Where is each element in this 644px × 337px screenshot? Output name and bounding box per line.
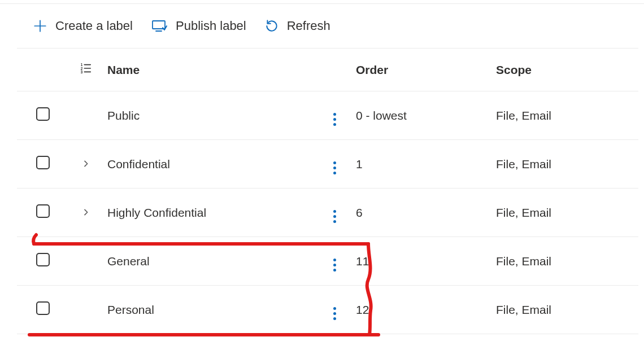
more-vertical-icon[interactable] (333, 113, 336, 126)
row-order: 12 (351, 286, 491, 334)
row-scope: File, Email (491, 91, 638, 140)
row-name[interactable]: Confidential (103, 140, 317, 189)
row-name[interactable]: Highly Confidential (103, 189, 317, 237)
more-vertical-icon[interactable] (333, 307, 336, 320)
column-header-scope[interactable]: Scope (491, 49, 638, 91)
row-actions-cell (317, 189, 351, 237)
row-select-cell (17, 91, 69, 140)
row-scope: File, Email (491, 286, 638, 334)
row-name[interactable]: General (103, 237, 317, 286)
row-order: 1 (351, 140, 491, 189)
publish-label-button[interactable]: Publish label (151, 19, 246, 33)
column-header-select (17, 49, 69, 91)
more-vertical-icon[interactable] (333, 210, 336, 223)
row-checkbox[interactable] (36, 156, 50, 169)
row-select-cell (17, 237, 69, 286)
row-checkbox[interactable] (36, 107, 50, 121)
row-checkbox[interactable] (36, 253, 50, 266)
row-expand-cell (69, 140, 103, 189)
refresh-text: Refresh (287, 19, 330, 33)
row-order: 11 (351, 237, 491, 286)
row-checkbox[interactable] (36, 204, 50, 218)
row-scope: File, Email (491, 140, 638, 189)
labels-table-wrap: 1 2 3 Name Order Scope Public0 - lowestF… (17, 48, 638, 334)
more-vertical-icon[interactable] (333, 161, 336, 174)
table-row[interactable]: Public0 - lowestFile, Email (17, 91, 638, 140)
row-name[interactable]: Personal (103, 286, 317, 334)
command-bar: Create a label Publish label Refresh (0, 4, 644, 48)
table-row[interactable]: Personal12File, Email (17, 286, 638, 334)
column-header-actions (317, 49, 351, 91)
more-vertical-icon[interactable] (333, 259, 336, 272)
row-expand-cell (69, 237, 103, 286)
row-order: 0 - lowest (351, 91, 491, 140)
table-row[interactable]: Confidential1File, Email (17, 140, 638, 189)
refresh-button[interactable]: Refresh (264, 19, 330, 33)
create-label-button[interactable]: Create a label (33, 19, 133, 33)
svg-text:3: 3 (81, 70, 83, 74)
publish-label-text: Publish label (176, 19, 246, 33)
table-row[interactable]: Highly Confidential6File, Email (17, 189, 638, 237)
chevron-right-icon[interactable] (80, 206, 92, 218)
row-expand-cell (69, 286, 103, 334)
row-checkbox[interactable] (36, 301, 50, 315)
row-actions-cell (317, 91, 351, 140)
row-expand-cell (69, 91, 103, 140)
row-scope: File, Email (491, 237, 638, 286)
refresh-icon (264, 19, 279, 33)
column-header-order[interactable]: Order (351, 49, 491, 91)
row-name[interactable]: Public (103, 91, 317, 140)
labels-table: 1 2 3 Name Order Scope Public0 - lowestF… (17, 49, 638, 334)
row-select-cell (17, 286, 69, 334)
row-actions-cell (317, 140, 351, 189)
column-header-expand: 1 2 3 (69, 49, 103, 91)
row-order: 6 (351, 189, 491, 237)
publish-icon (151, 19, 168, 33)
plus-icon (33, 19, 47, 33)
column-header-name[interactable]: Name (103, 49, 317, 91)
row-select-cell (17, 189, 69, 237)
row-actions-cell (317, 286, 351, 334)
chevron-right-icon[interactable] (80, 157, 92, 170)
row-scope: File, Email (491, 189, 638, 237)
row-actions-cell (317, 237, 351, 286)
numbered-list-icon: 1 2 3 (80, 62, 92, 77)
table-header-row: 1 2 3 Name Order Scope (17, 49, 638, 91)
row-select-cell (17, 140, 69, 189)
table-row[interactable]: General11File, Email (17, 237, 638, 286)
create-label-text: Create a label (55, 19, 133, 33)
row-expand-cell (69, 189, 103, 237)
